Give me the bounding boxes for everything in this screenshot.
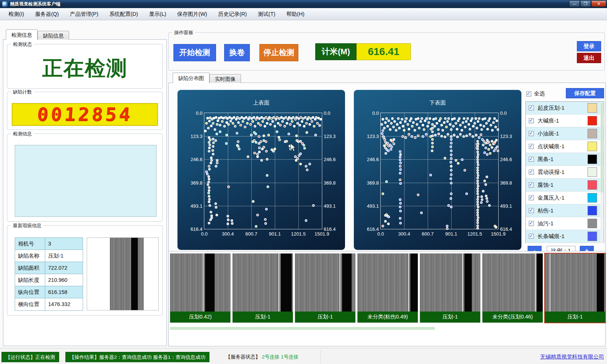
defect-point: [213, 128, 216, 131]
defect-point: [215, 165, 218, 167]
defect-point: [446, 225, 449, 227]
defect-thumbnail-7[interactable]: 压划-1: [545, 254, 605, 323]
defect-point: [250, 134, 252, 136]
defect-type-checkbox[interactable]: [529, 144, 534, 149]
defect-type-row-6[interactable]: 震动误报-1: [526, 166, 604, 179]
defect-point: [208, 120, 211, 122]
stop-detect-button[interactable]: 停止检测: [259, 44, 298, 61]
defect-type-row-5[interactable]: 黑条-1: [526, 153, 604, 166]
menu-item-8[interactable]: 测试(T): [252, 8, 281, 20]
defect-point: [476, 190, 479, 193]
defect-type-row-3[interactable]: 小油斑-1: [526, 127, 604, 140]
defect-type-checkbox[interactable]: [529, 118, 534, 123]
defect-type-row-10[interactable]: 油污-1: [526, 217, 604, 230]
defect-point: [471, 117, 474, 120]
defect-point: [382, 118, 384, 121]
minimize-button[interactable]: —: [569, 0, 580, 7]
view-tab-1[interactable]: 缺陷分布图: [173, 73, 209, 83]
defect-point: [477, 188, 479, 190]
legend-scrollbar-thumb[interactable]: [601, 103, 603, 193]
operation-result-badge: 【操作结果】服务器2：查询信息成功 服务器1：查询信息成功: [65, 352, 209, 362]
operation-panel-title: 操作面板: [172, 29, 195, 36]
defect-point: [477, 227, 479, 229]
defect-type-label: 起皮压划-1: [538, 105, 588, 112]
thumbnail-hscrollbar[interactable]: [170, 327, 435, 330]
defect-type-checkbox[interactable]: [529, 221, 534, 226]
menu-item-3[interactable]: 产品管理(P): [64, 8, 104, 20]
defect-point: [495, 226, 498, 228]
save-config-button[interactable]: 保存配置: [566, 88, 604, 98]
defect-point: [399, 153, 402, 156]
left-tab-2[interactable]: 缺陷信息: [37, 31, 69, 40]
gridline-horizontal: [204, 183, 322, 183]
defect-type-checkbox[interactable]: [529, 131, 534, 136]
defect-point: [492, 121, 495, 124]
start-detect-button[interactable]: 开始检测: [173, 44, 216, 61]
defect-type-color-swatch: [588, 193, 597, 203]
defect-point: [477, 150, 479, 153]
menu-item-9[interactable]: 帮助(H): [281, 8, 310, 20]
defect-type-color-swatch: [588, 219, 597, 228]
logout-button[interactable]: 退出: [577, 53, 601, 63]
defect-type-row-9[interactable]: 粘伤-1: [526, 204, 604, 217]
menu-item-7[interactable]: 历史记录(R): [213, 8, 252, 20]
defect-point: [489, 117, 491, 120]
defect-point: [399, 161, 402, 164]
change-roll-button[interactable]: 换卷: [224, 44, 250, 61]
select-all-checkbox[interactable]: [526, 91, 531, 97]
defect-point: [384, 121, 387, 124]
x-tick-label: 600.7: [422, 231, 434, 237]
gridline-vertical: [298, 113, 299, 229]
defect-point: [477, 208, 479, 211]
defect-type-checkbox[interactable]: [529, 195, 534, 200]
defect-point: [436, 122, 438, 125]
defect-thumbnail-1[interactable]: 压划0.42): [170, 254, 230, 323]
left-tab-1[interactable]: 检测信息: [6, 29, 37, 40]
close-button[interactable]: ✕: [591, 0, 606, 7]
defect-type-row-11[interactable]: 长条碱痕-1: [526, 230, 604, 243]
defect-table-value: 3: [45, 238, 83, 250]
defect-thumbnail-4[interactable]: 未分类(粘伤0.49): [358, 254, 418, 323]
x-tick-label: 901.1: [445, 231, 457, 237]
defect-thumbnail-2[interactable]: 压划-1: [233, 254, 293, 323]
restore-button[interactable]: ❐: [580, 0, 591, 7]
defect-point: [304, 147, 306, 150]
defect-type-row-8[interactable]: 金属压入-1: [526, 192, 604, 204]
defect-point: [266, 174, 268, 177]
defect-thumbnail-5[interactable]: 压划-1: [420, 254, 480, 323]
defect-point: [456, 128, 458, 130]
menu-item-1[interactable]: 检测(I): [3, 8, 30, 20]
menu-item-4[interactable]: 系统配置(D): [104, 8, 143, 20]
defect-point: [225, 142, 228, 145]
defect-thumbnail-3[interactable]: 压划-1: [295, 254, 355, 323]
defect-point: [256, 153, 259, 155]
defect-type-row-1[interactable]: 起皮压划-1: [526, 102, 604, 114]
defect-point: [208, 222, 210, 224]
defect-type-checkbox[interactable]: [529, 105, 534, 110]
defect-type-checkbox[interactable]: [529, 234, 534, 239]
legend-scrollbar[interactable]: [600, 102, 603, 243]
defect-point: [381, 130, 384, 132]
defect-point: [496, 119, 498, 122]
menu-item-5[interactable]: 显示(L): [144, 8, 172, 20]
view-tab-2[interactable]: 实时图像: [209, 74, 241, 83]
defect-point: [230, 120, 232, 122]
defect-type-checkbox[interactable]: [529, 208, 534, 213]
menu-item-2[interactable]: 服务器(Q): [30, 8, 64, 20]
login-button[interactable]: 登录: [577, 41, 601, 51]
defect-point: [389, 128, 391, 131]
defect-point: [425, 117, 428, 120]
defect-type-row-7[interactable]: 腐蚀-1: [526, 179, 604, 192]
menu-item-6[interactable]: 保存图片(W): [172, 8, 212, 20]
defect-thumbnail-6[interactable]: 未分类(压划0.46): [482, 254, 543, 323]
defect-type-row-4[interactable]: 点状碱痕-1: [526, 140, 604, 153]
defect-point: [208, 147, 211, 149]
defect-point: [411, 135, 413, 138]
defect-type-checkbox[interactable]: [529, 170, 534, 175]
defect-type-row-2[interactable]: 大碱痕-1: [526, 114, 604, 127]
defect-thumbnail-label: 压划-1: [295, 312, 355, 323]
detect-status-group: 检测状态 正在检测: [7, 44, 163, 89]
company-link[interactable]: 无锡精质视觉科技有限公司: [540, 353, 604, 360]
defect-type-checkbox[interactable]: [529, 157, 534, 162]
defect-type-checkbox[interactable]: [529, 182, 534, 188]
